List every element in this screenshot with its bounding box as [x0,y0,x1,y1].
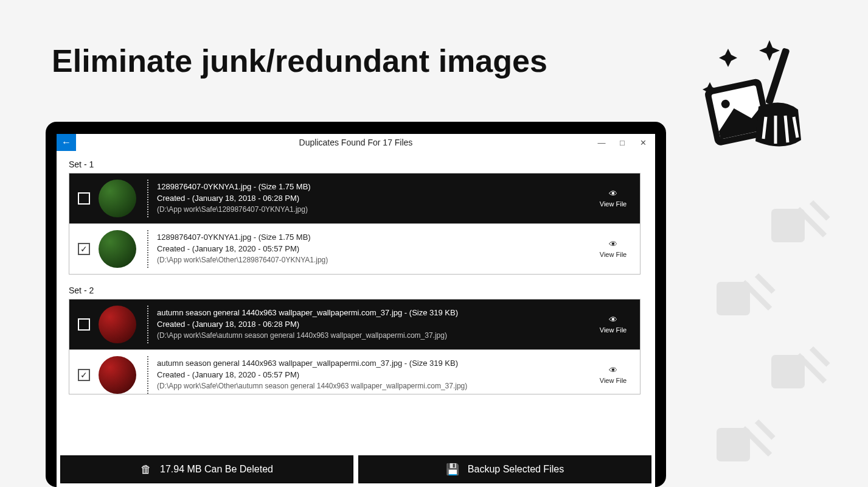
file-thumbnail[interactable] [99,356,136,394]
bg-cleanup-icon [765,189,832,258]
delete-button[interactable]: 🗑 17.94 MB Can Be Deleted [60,455,353,483]
separator [147,230,148,268]
view-file-button[interactable]: 👁 View File [595,315,631,334]
separator [147,180,148,217]
file-created: Created - (January 18, 2020 - 05:57 PM) [157,370,595,381]
file-row[interactable]: ✓ 1289876407-0YKNYA1.jpg - (Size 1.75 MB… [69,223,640,274]
set-group: autumn season general 1440x963 wallpaper… [69,299,641,394]
view-file-label: View File [600,326,627,334]
back-button[interactable]: ← [57,134,76,151]
app-window: ← Duplicates Found For 17 Files — □ ✕ Se… [57,134,655,487]
view-file-button[interactable]: 👁 View File [595,189,631,208]
separator [147,306,148,343]
file-path: (D:\App work\Safe\Other\autumn season ge… [157,381,595,391]
select-checkbox[interactable] [78,192,90,205]
file-row[interactable]: autumn season general 1440x963 wallpaper… [69,300,640,349]
titlebar: ← Duplicates Found For 17 Files — □ ✕ [57,134,655,151]
file-created: Created - (January 18, 2020 - 05:57 PM) [157,244,595,255]
device-frame: ← Duplicates Found For 17 Files — □ ✕ Se… [46,122,666,487]
minimize-button[interactable]: — [595,138,608,147]
view-file-button[interactable]: 👁 View File [595,365,631,385]
action-bar: 🗑 17.94 MB Can Be Deleted 💾 Backup Selec… [57,455,655,487]
set-group: 1289876407-0YKNYA1.jpg - (Size 1.75 MB) … [69,173,641,275]
file-name-size: autumn season general 1440x963 wallpaper… [157,307,595,319]
separator [147,356,148,394]
select-checkbox[interactable]: ✓ [78,243,90,255]
trash-icon: 🗑 [141,463,151,476]
file-thumbnail[interactable] [99,230,136,268]
file-row[interactable]: ✓ autumn season general 1440x963 wallpap… [69,349,640,394]
file-path: (D:\App work\Safe\1289876407-0YKNYA1.jpg… [157,205,595,215]
file-created: Created - (January 18, 2018 - 06:28 PM) [157,193,595,205]
close-button[interactable]: ✕ [637,138,649,147]
backup-label: Backup Selected Files [468,464,564,475]
file-path: (D:\App work\Safe\Other\1289876407-0YKNY… [157,255,595,265]
backup-button[interactable]: 💾 Backup Selected Files [358,455,651,483]
file-name-size: 1289876407-0YKNYA1.jpg - (Size 1.75 MB) [157,232,595,244]
cleanup-icon [692,37,813,161]
select-checkbox[interactable] [78,318,90,331]
eye-icon: 👁 [595,239,631,250]
delete-label: 17.94 MB Can Be Deleted [160,464,273,475]
results-list[interactable]: Set - 1 1289876407-0YKNYA1.jpg - (Size 1… [57,151,655,455]
window-title: Duplicates Found For 17 Files [299,138,413,147]
maximize-button[interactable]: □ [616,138,628,147]
file-name-size: autumn season general 1440x963 wallpaper… [157,358,595,370]
bg-cleanup-icon [710,408,777,477]
file-created: Created - (January 18, 2018 - 06:28 PM) [157,319,595,331]
view-file-label: View File [600,200,627,208]
file-info: 1289876407-0YKNYA1.jpg - (Size 1.75 MB) … [157,181,595,215]
set-label: Set - 2 [69,286,641,295]
set-label: Set - 1 [69,159,641,169]
file-path: (D:\App work\Safe\autumn season general … [157,331,595,341]
file-info: 1289876407-0YKNYA1.jpg - (Size 1.75 MB) … [157,232,595,265]
eye-icon: 👁 [595,189,631,199]
file-thumbnail[interactable] [99,180,136,217]
file-row[interactable]: 1289876407-0YKNYA1.jpg - (Size 1.75 MB) … [69,173,640,223]
bg-cleanup-icon [765,335,832,404]
promo-headline: Eliminate junk/redundant images [52,43,547,79]
file-info: autumn season general 1440x963 wallpaper… [157,307,595,341]
save-icon: 💾 [446,463,459,476]
view-file-button[interactable]: 👁 View File [595,239,631,259]
eye-icon: 👁 [595,315,631,325]
file-name-size: 1289876407-0YKNYA1.jpg - (Size 1.75 MB) [157,181,595,193]
bg-cleanup-icon [710,262,777,331]
file-info: autumn season general 1440x963 wallpaper… [157,358,595,391]
view-file-label: View File [600,251,627,258]
select-checkbox[interactable]: ✓ [78,369,90,381]
eye-icon: 👁 [595,365,631,376]
view-file-label: View File [600,377,627,384]
file-thumbnail[interactable] [99,306,136,343]
